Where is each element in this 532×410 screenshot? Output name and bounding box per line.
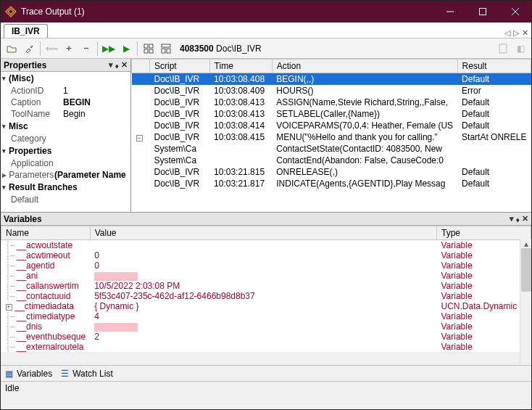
panel-dropdown-icon[interactable]: ▾ xyxy=(510,214,514,224)
status-bar: Idle xyxy=(1,381,531,395)
scroll-up-icon[interactable]: ▴ xyxy=(520,239,531,247)
panel-close-icon[interactable]: ✕ xyxy=(121,60,128,70)
svg-line-3 xyxy=(512,8,519,15)
variable-row[interactable]: ┊┈__aniVariable xyxy=(1,271,531,281)
trace-grid[interactable]: Script Time Action Result Doc\IB_IVR10:0… xyxy=(131,59,531,212)
properties-panel-header: Properties ▾⬧✕ xyxy=(1,59,130,72)
trace-row[interactable]: Doc\IB_IVR10:03:21.817INDICATE(Agents,{A… xyxy=(132,178,531,189)
col-name[interactable]: Name xyxy=(1,226,91,240)
trace-row[interactable]: Doc\IB_IVR10:03:08.414VOICEPARAMS(70,0,4… xyxy=(132,120,531,131)
pin-icon[interactable]: ⬧ xyxy=(515,215,520,224)
variable-row[interactable]: ┊┈__ctimediatype4Variable xyxy=(1,311,531,321)
tools-icon[interactable] xyxy=(21,41,37,57)
maximize-button[interactable] xyxy=(466,1,499,22)
prop-group-properties[interactable]: Properties xyxy=(1,144,130,157)
open-icon[interactable] xyxy=(4,41,20,57)
variable-row[interactable]: ┊┈__externalroutelaVariable xyxy=(1,342,531,352)
variable-row[interactable]: ┊┈__acwoutstateVariable xyxy=(1,240,531,251)
svg-rect-9 xyxy=(162,49,165,53)
svg-rect-7 xyxy=(149,49,153,53)
doc-path: Doc\IB_IVR xyxy=(216,44,262,54)
trace-row[interactable]: Doc\IB_IVR10:03:08.409HOURS()Error xyxy=(132,85,531,97)
prop-toolname-value[interactable]: Begin xyxy=(63,109,86,119)
grid-icon[interactable] xyxy=(141,41,157,57)
variable-row[interactable]: ┊┈__eventhubseque2Variable xyxy=(1,332,531,342)
panel-dropdown-icon[interactable]: ▾ xyxy=(109,60,113,70)
page-icon[interactable] xyxy=(495,41,511,57)
expand-icon[interactable]: + xyxy=(6,304,12,311)
doc-tabstrip: IB_IVR ◁ ▷ ✕ xyxy=(1,22,531,38)
collapse-icon[interactable]: − xyxy=(136,135,143,142)
layout-icon[interactable] xyxy=(158,41,174,57)
variable-row[interactable]: ┊┈__agentid0Variable xyxy=(1,261,531,271)
prop-actionid-value[interactable]: 1 xyxy=(63,86,68,96)
scrollbar[interactable]: ▴ xyxy=(520,239,531,365)
svg-rect-11 xyxy=(499,44,507,53)
minimize-button[interactable] xyxy=(433,1,466,22)
variable-row[interactable]: +__ctimediadata{ Dynamic }UCN.Data.Dynam… xyxy=(1,301,531,311)
close-button[interactable] xyxy=(499,1,531,22)
trace-row[interactable]: System\CaContactEnd(Abandon: False, Caus… xyxy=(132,155,531,166)
svg-rect-8 xyxy=(162,44,170,47)
settings-icon[interactable]: ◧ xyxy=(512,41,528,57)
watchlist-icon: ☰ xyxy=(59,369,70,379)
tab-variables[interactable]: ▦Variables xyxy=(4,369,52,379)
prop-group-misc1[interactable]: (Misc) xyxy=(1,72,130,85)
step-icon[interactable]: ▶ xyxy=(118,41,134,57)
redacted-value xyxy=(94,272,138,281)
trace-row[interactable]: Doc\IB_IVR10:03:08.408BEGIN(,,)Default xyxy=(132,73,531,86)
col-script[interactable]: Script xyxy=(150,60,210,73)
scroll-thumb[interactable] xyxy=(521,248,531,292)
prop-toolname-label: ToolName xyxy=(11,109,63,119)
trace-row[interactable]: Doc\IB_IVR10:03:08.413SETLABEL(Caller,{N… xyxy=(132,108,531,120)
redacted-value xyxy=(94,323,138,332)
variable-row[interactable]: ┊┈__contactuuid5f53c407-235c-462d-af12-6… xyxy=(1,291,531,301)
panel-close-icon[interactable]: ✕ xyxy=(522,214,528,224)
svg-rect-6 xyxy=(144,49,148,53)
prop-parameters-value[interactable]: (Parameter Name xyxy=(54,170,126,180)
pin-icon[interactable]: ⬧ xyxy=(115,61,120,70)
prop-default-label: Default xyxy=(11,194,63,205)
trace-row[interactable]: Doc\IB_IVR10:03:21.815ONRELEASE(,)Defaul… xyxy=(132,166,531,178)
add-icon[interactable]: ＋ xyxy=(61,41,77,57)
back-icon[interactable]: ⟸ xyxy=(43,41,59,57)
prop-actionid-label: ActionID xyxy=(11,86,63,96)
svg-rect-4 xyxy=(144,44,148,48)
svg-rect-10 xyxy=(167,49,170,53)
tab-next-icon[interactable]: ▷ xyxy=(513,28,519,38)
trace-row[interactable]: −Doc\IB_IVR10:03:08.415MENU("%Hello and … xyxy=(132,131,531,143)
prop-parameters-label[interactable]: Parameters xyxy=(9,170,54,180)
contact-id: 4083500 xyxy=(180,44,214,54)
prop-group-misc2[interactable]: Misc xyxy=(1,120,130,133)
svg-rect-1 xyxy=(479,9,486,15)
run-icon[interactable]: ▶▶ xyxy=(101,41,117,57)
col-value[interactable]: Value xyxy=(90,226,436,240)
prop-caption-value[interactable]: BEGIN xyxy=(63,97,91,107)
trace-row[interactable]: System\CaContactSetState(ContactID: 4083… xyxy=(132,143,531,155)
variables-grid[interactable]: Name Value Type ┊┈__acwoutstateVariable┊… xyxy=(1,226,531,352)
prop-group-branches[interactable]: Result Branches xyxy=(1,181,130,194)
variables-icon: ▦ xyxy=(4,369,14,379)
toolbar: ⟸ ＋ － ▶▶ ▶ 4083500 Doc\IB_IVR ◧ xyxy=(1,38,531,59)
tab-prev-icon[interactable]: ◁ xyxy=(504,28,510,38)
col-action[interactable]: Action xyxy=(272,60,457,73)
app-icon xyxy=(5,6,17,17)
col-time[interactable]: Time xyxy=(209,60,272,73)
window-title: Trace Output (1) xyxy=(21,7,433,17)
col-type[interactable]: Type xyxy=(437,226,531,240)
variable-row[interactable]: ┊┈__acwtimeout0Variable xyxy=(1,250,531,261)
col-result[interactable]: Result xyxy=(457,60,531,73)
variable-row[interactable]: ┊┈__callanswertim10/5/2022 2:03:08 PMVar… xyxy=(1,281,531,291)
remove-icon[interactable]: － xyxy=(78,41,94,57)
properties-title: Properties xyxy=(4,60,46,70)
prop-application-label: Application xyxy=(11,158,63,168)
tab-close-icon[interactable]: ✕ xyxy=(522,28,528,38)
trace-row[interactable]: Doc\IB_IVR10:03:08.413ASSIGN(Name,Stevie… xyxy=(132,97,531,108)
property-grid[interactable]: (Misc) ActionID1 CaptionBEGIN ToolNameBe… xyxy=(1,72,130,212)
tab-watchlist[interactable]: ☰Watch List xyxy=(59,369,113,379)
doc-tab[interactable]: IB_IVR xyxy=(4,24,48,38)
svg-rect-5 xyxy=(149,44,153,48)
svg-line-2 xyxy=(512,8,519,15)
variables-title: Variables xyxy=(4,214,42,224)
variable-row[interactable]: ┊┈__dnisVariable xyxy=(1,321,531,332)
